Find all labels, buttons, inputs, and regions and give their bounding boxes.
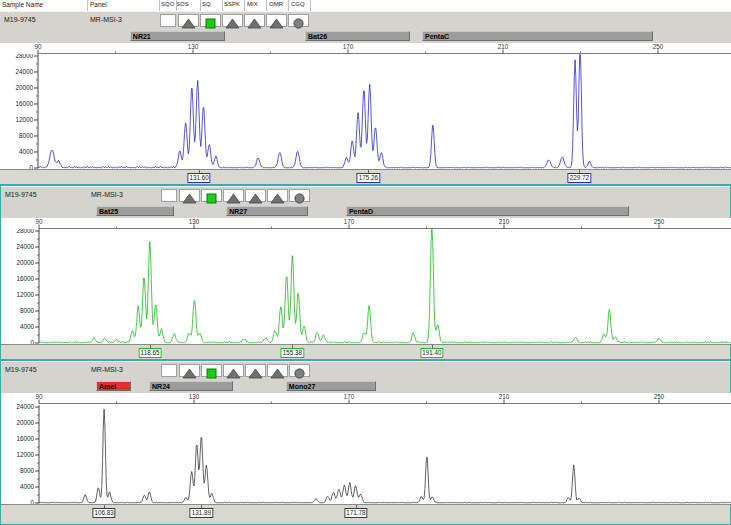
flag-cell-sqo[interactable] — [161, 364, 177, 377]
svg-text:4000: 4000 — [19, 148, 34, 155]
flag-cell-cgq[interactable] — [289, 364, 310, 377]
warning-triangle-icon — [179, 18, 198, 29]
pass-green-square-icon — [202, 193, 221, 204]
marker-bar-pentac: PentaC — [422, 31, 653, 41]
trace-line — [38, 55, 731, 169]
sample-row[interactable]: M19-9745MR-MSI-3 — [0, 11, 731, 30]
svg-text:130: 130 — [189, 218, 200, 225]
x-axis-ruler: 90130170210250 — [1, 393, 731, 404]
col-flag-sspk: SSPK — [224, 1, 240, 7]
svg-text:12000: 12000 — [16, 451, 34, 458]
warning-triangle-icon — [267, 18, 286, 29]
sample-name: M19-9745 — [5, 191, 37, 198]
marker-bar-row: Bat25NR27PentaD — [1, 205, 730, 218]
svg-text:16000: 16000 — [16, 275, 34, 282]
svg-text:8000: 8000 — [19, 132, 34, 139]
peak-size-label[interactable]: 155.38 — [281, 348, 304, 358]
neutral-circle-icon — [289, 18, 308, 29]
x-axis-ruler: 90130170210250 — [0, 43, 731, 54]
peak-size-label[interactable]: 131.60 — [188, 173, 211, 183]
flag-cell-mix[interactable] — [245, 364, 266, 377]
marker-bar-nr27: NR27 — [226, 206, 308, 216]
peak-size-label[interactable]: 131.89 — [190, 508, 213, 518]
warning-triangle-icon — [246, 193, 265, 204]
svg-text:4000: 4000 — [20, 483, 35, 490]
svg-text:20000: 20000 — [15, 84, 33, 91]
svg-text:90: 90 — [35, 393, 43, 400]
peak-size-label[interactable]: 106.83 — [93, 508, 116, 518]
flag-cell-sqo[interactable] — [160, 14, 176, 27]
warning-triangle-icon — [224, 193, 243, 204]
warning-triangle-icon — [223, 18, 242, 29]
col-flag-sos: SOS — [176, 1, 189, 7]
header-separator — [200, 0, 201, 11]
electropherogram-plot[interactable]: 04000800012000160002000024000 — [1, 404, 731, 505]
header-separator — [244, 0, 245, 11]
svg-text:8000: 8000 — [20, 307, 35, 314]
svg-text:170: 170 — [344, 393, 355, 400]
header-separator — [159, 0, 160, 11]
peak-size-label[interactable]: 229.72 — [568, 173, 591, 183]
flag-cell-sos[interactable] — [178, 14, 199, 27]
col-flag-sqo: SQO — [161, 1, 174, 7]
peak-size-label[interactable]: 175.26 — [357, 173, 380, 183]
peak-size-label[interactable]: 118.65 — [139, 348, 162, 358]
sample-row[interactable]: M19-9745MR-MSI-3 — [1, 361, 730, 380]
svg-text:4000: 4000 — [20, 323, 35, 330]
flag-cell-omr[interactable] — [267, 364, 288, 377]
svg-text:28000: 28000 — [16, 229, 34, 234]
svg-text:130: 130 — [189, 393, 200, 400]
trace-line — [39, 229, 731, 343]
svg-text:210: 210 — [499, 218, 510, 225]
flag-cell-cgq[interactable] — [288, 14, 309, 27]
x-axis-ruler: 90130170210250 — [1, 218, 731, 229]
marker-bar-nr24: NR24 — [149, 381, 233, 391]
flag-cell-sos[interactable] — [179, 364, 200, 377]
header-separator — [310, 0, 311, 11]
sample-panel-2: M19-9745MR-MSI-3Bat25NR27PentaD901301702… — [0, 184, 731, 359]
panel-name: MR-MSI-3 — [91, 366, 123, 373]
warning-triangle-icon — [224, 368, 243, 379]
sample-row[interactable]: M19-9745MR-MSI-3 — [1, 186, 730, 205]
header-separator — [266, 0, 267, 11]
flag-cell-omr[interactable] — [267, 189, 288, 202]
flag-cell-mix[interactable] — [245, 189, 266, 202]
header-separator — [222, 0, 223, 11]
marker-bar-pentad: PentaD — [346, 206, 629, 216]
flag-cell-mix[interactable] — [244, 14, 265, 27]
flag-cell-sqo[interactable] — [161, 189, 177, 202]
flag-cell-omr[interactable] — [266, 14, 287, 27]
sample-panel-3: M19-9745MR-MSI-3AmelNR24Mono279013017021… — [0, 359, 731, 525]
flag-cell-sspk[interactable] — [222, 14, 243, 27]
warning-triangle-icon — [268, 368, 287, 379]
sample-name: M19-9745 — [4, 16, 36, 23]
svg-text:16000: 16000 — [15, 100, 33, 107]
neutral-circle-icon — [290, 368, 309, 379]
svg-text:90: 90 — [35, 218, 43, 225]
svg-text:250: 250 — [654, 218, 665, 225]
svg-text:16000: 16000 — [16, 435, 34, 442]
flag-cell-sq[interactable] — [201, 364, 222, 377]
flag-cell-cgq[interactable] — [289, 189, 310, 202]
panel-name: MR-MSI-3 — [91, 191, 123, 198]
svg-text:8000: 8000 — [20, 467, 35, 474]
peak-label-row: 106.83131.89171.78 — [1, 505, 730, 521]
marker-bar-amel: Amel — [96, 381, 131, 391]
flag-cell-sos[interactable] — [179, 189, 200, 202]
flag-cell-sspk[interactable] — [223, 364, 244, 377]
electropherogram-plot[interactable]: 0400080001200016000200002400028000 — [1, 229, 731, 345]
col-flag-cgq: CGQ — [291, 1, 305, 7]
electropherogram-plot[interactable]: 0400080001200016000200002400028000 — [0, 54, 731, 170]
peak-size-label[interactable]: 191.40 — [420, 348, 443, 358]
peak-size-label[interactable]: 171.78 — [344, 508, 367, 518]
flag-cell-sq[interactable] — [201, 189, 222, 202]
svg-text:28000: 28000 — [15, 54, 33, 59]
svg-text:24000: 24000 — [16, 243, 34, 250]
sample-panel-1: M19-9745MR-MSI-3NR21Bat26PentaC901301702… — [0, 11, 731, 184]
svg-text:130: 130 — [188, 43, 199, 50]
flag-cell-sq[interactable] — [200, 14, 221, 27]
flag-cell-sspk[interactable] — [223, 189, 244, 202]
marker-bar-row: NR21Bat26PentaC — [0, 30, 731, 43]
svg-text:250: 250 — [654, 393, 665, 400]
warning-triangle-icon — [246, 368, 265, 379]
